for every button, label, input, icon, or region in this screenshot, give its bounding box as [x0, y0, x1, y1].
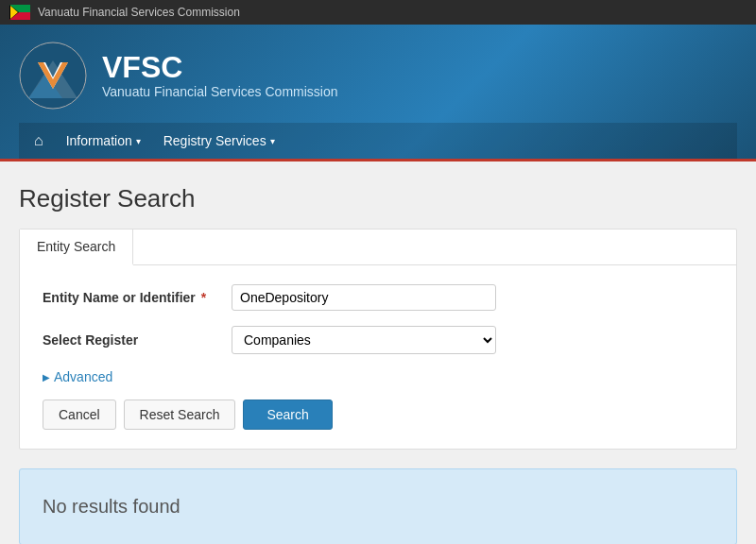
form-body: Entity Name or Identifier * Select Regis…: [20, 265, 736, 449]
nav-bar: ⌂ Information ▾ Registry Services ▾: [19, 123, 737, 159]
required-indicator: *: [198, 290, 206, 305]
nav-information-label: Information: [66, 133, 132, 148]
page-title: Register Search: [19, 184, 737, 213]
advanced-arrow-icon: ▶: [43, 372, 50, 382]
entity-name-row: Entity Name or Identifier *: [43, 284, 713, 311]
page-content: Register Search Entity Search Entity Nam…: [0, 162, 756, 544]
search-button[interactable]: Search: [243, 400, 332, 430]
search-card: Entity Search Entity Name or Identifier …: [19, 229, 737, 450]
page-header: VFSC Vanuatu Financial Services Commissi…: [0, 25, 756, 159]
nav-home-button[interactable]: ⌂: [23, 123, 55, 159]
register-row: Select Register Companies Trusts Partner…: [43, 326, 713, 354]
nav-information-chevron: ▾: [136, 136, 141, 146]
header-text: VFSC Vanuatu Financial Services Commissi…: [102, 52, 338, 99]
advanced-label: Advanced: [54, 369, 112, 384]
org-full-name: Vanuatu Financial Services Commission: [102, 84, 338, 99]
org-abbr: VFSC: [102, 52, 338, 82]
nav-registry-label: Registry Services: [163, 133, 266, 148]
no-results-panel: No results found: [19, 468, 737, 544]
tab-entity-search[interactable]: Entity Search: [20, 230, 133, 265]
tab-bar: Entity Search: [20, 230, 736, 265]
nav-item-information[interactable]: Information ▾: [55, 123, 152, 159]
nav-registry-chevron: ▾: [270, 136, 275, 146]
advanced-toggle[interactable]: ▶ Advanced: [43, 369, 713, 384]
register-label: Select Register: [43, 332, 232, 348]
cancel-button[interactable]: Cancel: [43, 400, 116, 430]
register-select[interactable]: Companies Trusts Partnerships Foundation…: [232, 326, 496, 354]
entity-name-input[interactable]: [232, 284, 496, 311]
site-name-label: Vanuatu Financial Services Commission: [38, 6, 240, 19]
no-results-text: No results found: [43, 496, 713, 518]
button-row: Cancel Reset Search Search: [43, 400, 713, 430]
nav-item-registry-services[interactable]: Registry Services ▾: [152, 123, 286, 159]
entity-name-label: Entity Name or Identifier *: [43, 290, 232, 305]
org-logo: [19, 42, 87, 110]
reset-search-button[interactable]: Reset Search: [124, 400, 236, 430]
flag-icon: [9, 5, 30, 20]
top-bar: Vanuatu Financial Services Commission: [0, 0, 756, 25]
